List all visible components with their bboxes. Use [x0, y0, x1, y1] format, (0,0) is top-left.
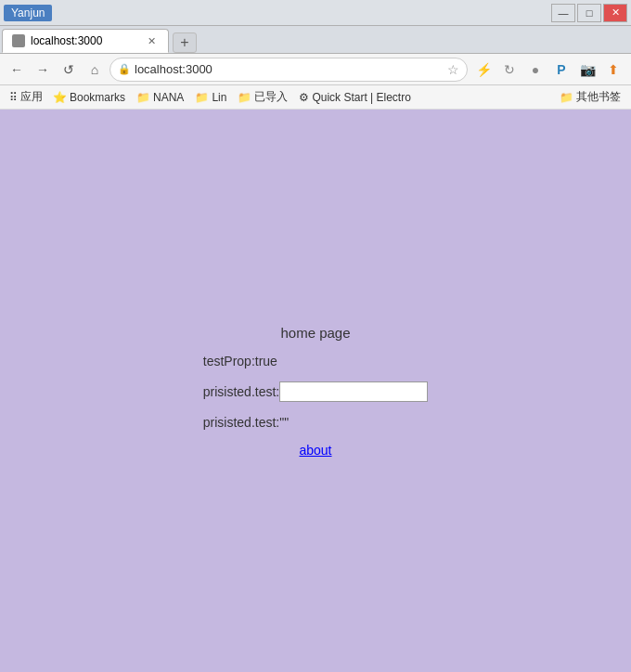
- import-bookmark[interactable]: 📁 已导入: [233, 87, 292, 107]
- nana-folder-icon: 📁: [136, 91, 150, 104]
- nana-label: NANA: [153, 91, 184, 104]
- minimize-button[interactable]: —: [551, 4, 575, 22]
- nav-icons: ⚡ ↻ ● P 📷 ⬆: [471, 58, 625, 82]
- lin-label: Lin: [212, 91, 226, 104]
- bookmarks-folder[interactable]: ⭐ Bookmarks: [48, 89, 130, 106]
- page-container: home page testProp:true prisisted.test: …: [203, 325, 428, 458]
- reload-button[interactable]: ↺: [58, 58, 80, 81]
- camera-icon[interactable]: 📷: [575, 58, 599, 82]
- more-folder-icon: 📁: [560, 91, 573, 104]
- arrow-up-icon[interactable]: ⬆: [601, 58, 625, 82]
- lock-icon: 🔒: [118, 63, 131, 75]
- apps-grid-icon: ⠿: [9, 91, 18, 104]
- quickstart-bookmark[interactable]: ⚙ Quick Start | Electro: [294, 89, 415, 106]
- persisted-test-label: prisisted.test:: [203, 384, 279, 399]
- circle-icon[interactable]: ●: [523, 58, 547, 82]
- quickstart-icon: ⚙: [299, 91, 309, 104]
- home-button[interactable]: ⌂: [84, 58, 106, 81]
- maximize-button[interactable]: □: [577, 4, 601, 22]
- browser-content: home page testProp:true prisisted.test: …: [0, 110, 631, 672]
- window-titlebar: Yanjun — □ ✕: [0, 0, 631, 26]
- apps-label: 应用: [20, 89, 43, 105]
- quickstart-label: Quick Start | Electro: [312, 91, 410, 104]
- persisted-test-empty-label: prisisted.test:"": [203, 415, 289, 430]
- tab-favicon: [12, 34, 25, 47]
- bookmark-star-icon[interactable]: ☆: [447, 62, 459, 77]
- back-button[interactable]: ←: [6, 58, 28, 81]
- import-label: 已导入: [254, 89, 288, 105]
- window-controls: — □ ✕: [551, 4, 627, 22]
- lin-folder-icon: 📁: [195, 91, 209, 104]
- import-folder-icon: 📁: [238, 91, 251, 104]
- folder-icon: ⭐: [53, 91, 67, 104]
- tab-bar: localhost:3000 ✕ +: [0, 26, 631, 54]
- tab-close-button[interactable]: ✕: [144, 33, 159, 48]
- about-link[interactable]: about: [299, 443, 331, 458]
- bookmarks-label: Bookmarks: [70, 91, 125, 104]
- window-user-tag: Yanjun: [4, 5, 52, 21]
- test-prop-label: testProp:true: [203, 354, 277, 368]
- page-title: home page: [280, 325, 350, 341]
- address-bar-container: 🔒 ☆: [109, 58, 468, 82]
- apps-bookmark[interactable]: ⠿ 应用: [6, 87, 46, 107]
- nav-bar: ← → ↺ ⌂ 🔒 ☆ ⚡ ↻ ● P 📷 ⬆: [0, 54, 631, 85]
- nana-bookmark[interactable]: 📁 NANA: [132, 89, 188, 106]
- close-button[interactable]: ✕: [603, 4, 627, 22]
- address-input[interactable]: [135, 62, 444, 76]
- persisted-test-input[interactable]: [279, 381, 428, 402]
- more-label: 其他书签: [576, 89, 621, 105]
- extensions-icon[interactable]: ⚡: [471, 58, 496, 82]
- tab-title: localhost:3000: [31, 34, 102, 47]
- bookmarks-bar: ⠿ 应用 ⭐ Bookmarks 📁 NANA 📁 Lin 📁 已导入 ⚙ Qu…: [0, 85, 631, 110]
- refresh-circle-icon[interactable]: ↻: [497, 58, 522, 82]
- more-bookmarks[interactable]: 📁 其他书签: [555, 87, 625, 107]
- new-tab-button[interactable]: +: [173, 32, 197, 53]
- active-tab[interactable]: localhost:3000 ✕: [2, 29, 169, 53]
- p-icon[interactable]: P: [549, 58, 573, 82]
- lin-bookmark[interactable]: 📁 Lin: [190, 89, 231, 106]
- persisted-test-input-line: prisisted.test:: [203, 381, 428, 402]
- forward-button[interactable]: →: [32, 58, 54, 81]
